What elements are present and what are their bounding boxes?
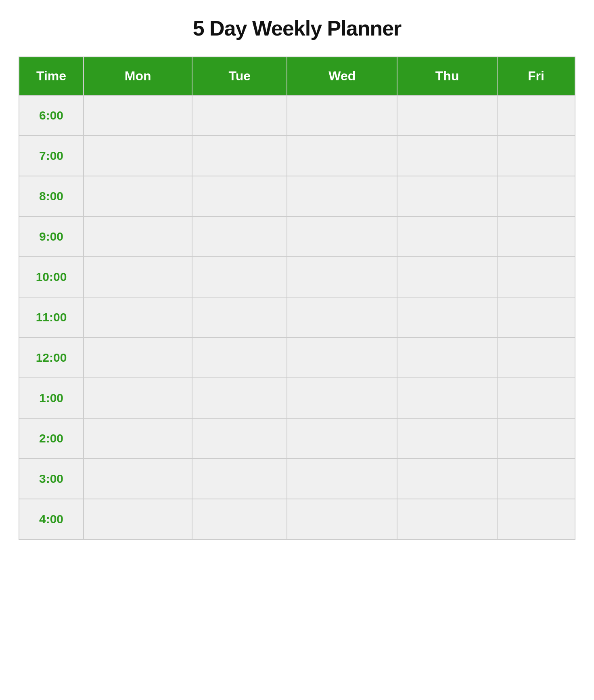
- cell-mon-8[interactable]: [84, 418, 192, 459]
- cell-mon-10[interactable]: [84, 499, 192, 539]
- cell-thu-4[interactable]: [397, 257, 497, 297]
- planner-table: Time Mon Tue Wed Thu Fri 6:007:008:009:0…: [19, 57, 575, 540]
- header-tue: Tue: [192, 57, 287, 95]
- cell-thu-1[interactable]: [397, 136, 497, 176]
- cell-thu-7[interactable]: [397, 378, 497, 418]
- cell-fri-4[interactable]: [497, 257, 575, 297]
- cell-mon-4[interactable]: [84, 257, 192, 297]
- cell-thu-9[interactable]: [397, 459, 497, 499]
- cell-wed-9[interactable]: [287, 459, 397, 499]
- cell-mon-2[interactable]: [84, 176, 192, 216]
- time-cell: 7:00: [19, 136, 84, 176]
- table-row: 12:00: [19, 337, 575, 378]
- cell-tue-4[interactable]: [192, 257, 287, 297]
- header-fri: Fri: [497, 57, 575, 95]
- cell-wed-4[interactable]: [287, 257, 397, 297]
- table-row: 1:00: [19, 378, 575, 418]
- cell-thu-6[interactable]: [397, 337, 497, 378]
- time-cell: 6:00: [19, 95, 84, 136]
- cell-mon-0[interactable]: [84, 95, 192, 136]
- time-cell: 12:00: [19, 337, 84, 378]
- table-row: 8:00: [19, 176, 575, 216]
- cell-wed-6[interactable]: [287, 337, 397, 378]
- cell-tue-8[interactable]: [192, 418, 287, 459]
- header-thu: Thu: [397, 57, 497, 95]
- cell-wed-0[interactable]: [287, 95, 397, 136]
- cell-fri-3[interactable]: [497, 216, 575, 257]
- cell-fri-2[interactable]: [497, 176, 575, 216]
- cell-thu-3[interactable]: [397, 216, 497, 257]
- cell-wed-1[interactable]: [287, 136, 397, 176]
- cell-mon-6[interactable]: [84, 337, 192, 378]
- cell-wed-3[interactable]: [287, 216, 397, 257]
- cell-wed-10[interactable]: [287, 499, 397, 539]
- cell-fri-10[interactable]: [497, 499, 575, 539]
- time-cell: 4:00: [19, 499, 84, 539]
- header-wed: Wed: [287, 57, 397, 95]
- time-cell: 1:00: [19, 378, 84, 418]
- time-cell: 3:00: [19, 459, 84, 499]
- cell-mon-7[interactable]: [84, 378, 192, 418]
- table-row: 10:00: [19, 257, 575, 297]
- cell-fri-0[interactable]: [497, 95, 575, 136]
- time-cell: 11:00: [19, 297, 84, 337]
- cell-thu-2[interactable]: [397, 176, 497, 216]
- cell-wed-8[interactable]: [287, 418, 397, 459]
- time-cell: 2:00: [19, 418, 84, 459]
- cell-tue-1[interactable]: [192, 136, 287, 176]
- cell-tue-5[interactable]: [192, 297, 287, 337]
- cell-mon-3[interactable]: [84, 216, 192, 257]
- page-title: 5 Day Weekly Planner: [193, 16, 402, 40]
- time-cell: 8:00: [19, 176, 84, 216]
- table-row: 7:00: [19, 136, 575, 176]
- table-row: 11:00: [19, 297, 575, 337]
- table-row: 6:00: [19, 95, 575, 136]
- cell-fri-5[interactable]: [497, 297, 575, 337]
- cell-thu-10[interactable]: [397, 499, 497, 539]
- cell-fri-6[interactable]: [497, 337, 575, 378]
- header-time: Time: [19, 57, 84, 95]
- cell-tue-7[interactable]: [192, 378, 287, 418]
- time-cell: 9:00: [19, 216, 84, 257]
- cell-tue-9[interactable]: [192, 459, 287, 499]
- cell-mon-9[interactable]: [84, 459, 192, 499]
- cell-mon-1[interactable]: [84, 136, 192, 176]
- cell-wed-5[interactable]: [287, 297, 397, 337]
- cell-fri-8[interactable]: [497, 418, 575, 459]
- table-row: 4:00: [19, 499, 575, 539]
- cell-thu-5[interactable]: [397, 297, 497, 337]
- cell-tue-3[interactable]: [192, 216, 287, 257]
- cell-thu-8[interactable]: [397, 418, 497, 459]
- cell-fri-7[interactable]: [497, 378, 575, 418]
- cell-fri-9[interactable]: [497, 459, 575, 499]
- cell-fri-1[interactable]: [497, 136, 575, 176]
- cell-tue-0[interactable]: [192, 95, 287, 136]
- cell-wed-2[interactable]: [287, 176, 397, 216]
- time-cell: 10:00: [19, 257, 84, 297]
- cell-tue-2[interactable]: [192, 176, 287, 216]
- cell-mon-5[interactable]: [84, 297, 192, 337]
- table-row: 3:00: [19, 459, 575, 499]
- cell-tue-10[interactable]: [192, 499, 287, 539]
- header-mon: Mon: [84, 57, 192, 95]
- cell-thu-0[interactable]: [397, 95, 497, 136]
- header-row: Time Mon Tue Wed Thu Fri: [19, 57, 575, 95]
- table-row: 2:00: [19, 418, 575, 459]
- cell-wed-7[interactable]: [287, 378, 397, 418]
- cell-tue-6[interactable]: [192, 337, 287, 378]
- table-row: 9:00: [19, 216, 575, 257]
